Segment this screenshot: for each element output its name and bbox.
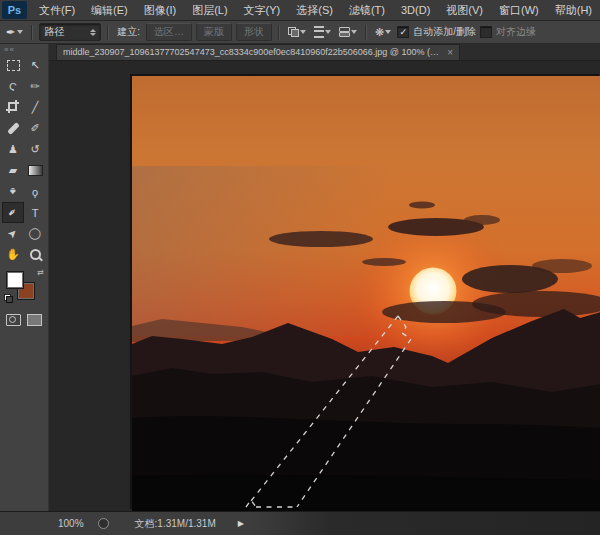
make-shape-button[interactable]: 形状 [236, 23, 272, 41]
align-edges-label: 对齐边缘 [496, 25, 536, 39]
ellipse-icon: ◯ [29, 227, 41, 240]
crop-icon [8, 102, 19, 113]
swap-colors-icon[interactable]: ⇄ [37, 269, 44, 277]
pen-tool[interactable]: ✒ [2, 202, 24, 223]
ps-logo-icon: Ps [2, 1, 27, 19]
blur-drop-icon: ♠ [10, 186, 16, 198]
quick-mask-button[interactable] [6, 314, 21, 326]
chevron-down-icon [300, 30, 306, 34]
document-tab[interactable]: middle_230907_10961377702547473_cc8334c9… [56, 44, 460, 60]
menu-edit[interactable]: 编辑(E) [83, 1, 136, 20]
photoshop-window: Ps 文件(F) 编辑(E) 图像(I) 图层(L) 文字(Y) 选择(S) 滤… [0, 0, 600, 535]
eraser-icon: ▰ [9, 164, 17, 177]
zoom-tool[interactable] [24, 244, 46, 265]
menu-file[interactable]: 文件(F) [31, 1, 83, 20]
history-brush-icon: ↺ [30, 143, 39, 156]
menu-bar: Ps 文件(F) 编辑(E) 图像(I) 图层(L) 文字(Y) 选择(S) 滤… [0, 0, 600, 21]
clone-stamp-icon: ♟ [8, 143, 18, 156]
eyedropper-tool[interactable]: ╱ [24, 97, 46, 118]
path-alignment-icon [314, 26, 324, 38]
path-selection-tool[interactable]: ➤ [2, 223, 24, 244]
status-flyout-arrow[interactable]: ▶ [238, 519, 244, 528]
spot-healing-brush-tool[interactable] [2, 118, 24, 139]
status-circle-icon [98, 518, 109, 529]
menu-window[interactable]: 窗口(W) [491, 1, 547, 20]
document-area: middle_230907_10961377702547473_cc8334c9… [49, 44, 600, 511]
rectangular-marquee-tool[interactable] [2, 55, 24, 76]
zoom-icon [30, 249, 41, 260]
zoom-level-field[interactable]: 100% [58, 518, 84, 529]
tools-grid: ↖ Ϛ ✏ ╱ ✐ ♟ ↺ ▰ ♠ ϙ ✒ T ➤ ◯ ✋ [0, 55, 48, 265]
chevron-down-icon [325, 30, 331, 34]
gradient-icon [28, 165, 43, 176]
chevron-down-icon [17, 30, 23, 34]
hand-tool[interactable]: ✋ [2, 244, 24, 265]
history-brush-tool[interactable]: ↺ [24, 139, 46, 160]
make-selection-button[interactable]: 选区… [146, 23, 192, 41]
quick-selection-icon: ✏ [30, 80, 39, 93]
menu-image[interactable]: 图像(I) [136, 1, 184, 20]
separator [107, 25, 109, 40]
menu-view[interactable]: 视图(V) [438, 1, 491, 20]
auto-add-delete-label: 自动添加/删除 [413, 25, 476, 39]
align-edges-checkbox[interactable]: 对齐边缘 [480, 25, 536, 39]
updown-arrows-icon [90, 29, 96, 36]
brush-tool[interactable]: ✐ [24, 118, 46, 139]
blur-tool[interactable]: ♠ [2, 181, 24, 202]
screen-mode-button[interactable] [27, 314, 42, 326]
menu-type[interactable]: 文字(Y) [236, 1, 289, 20]
chevron-down-icon [351, 30, 357, 34]
menu-filter[interactable]: 滤镜(T) [341, 1, 393, 20]
tool-preset-picker[interactable]: ✒ [4, 26, 25, 39]
tools-panel-collapse-button[interactable]: «« [0, 44, 48, 55]
clone-stamp-tool[interactable]: ♟ [2, 139, 24, 160]
checkbox-unchecked-icon [480, 26, 492, 38]
menu-select[interactable]: 选择(S) [288, 1, 341, 20]
brush-icon: ✐ [30, 122, 39, 135]
tool-options-bar: ✒ 路径 建立: 选区… 蒙版 形状 ❋ ✓ 自动添加/删除 对齐边缘 [0, 21, 600, 44]
path-arrangement-icon [339, 27, 350, 37]
menu-layer[interactable]: 图层(L) [184, 1, 235, 20]
path-arrangement-button[interactable] [337, 27, 359, 37]
move-icon: ↖ [30, 59, 39, 72]
quick-selection-tool[interactable]: ✏ [24, 76, 46, 97]
ellipse-tool[interactable]: ◯ [24, 223, 46, 244]
marquee-icon [7, 60, 20, 71]
menu-help[interactable]: 帮助(H) [547, 1, 600, 20]
path-alignment-button[interactable] [312, 26, 333, 38]
eyedropper-icon: ╱ [32, 101, 39, 114]
lasso-tool[interactable]: Ϛ [2, 76, 24, 97]
close-icon[interactable]: × [447, 48, 453, 58]
pen-nib-icon: ✒ [6, 26, 15, 39]
status-bar: 100% 文档:1.31M/1.31M ▶ [0, 511, 600, 535]
type-tool[interactable]: T [24, 202, 46, 223]
tool-mode-dropdown[interactable]: 路径 [39, 23, 101, 41]
pen-icon: ✒ [5, 205, 21, 221]
default-colors-icon[interactable] [4, 294, 13, 303]
pen-options-gear-button[interactable]: ❋ [373, 26, 393, 39]
lasso-icon: Ϛ [9, 81, 17, 93]
document-size-info: 文档:1.31M/1.31M [135, 517, 216, 531]
dodge-tool[interactable]: ϙ [24, 181, 46, 202]
make-mask-button[interactable]: 蒙版 [196, 23, 232, 41]
dodge-icon: ϙ [32, 186, 38, 198]
move-tool[interactable]: ↖ [24, 55, 46, 76]
tools-panel-footer [0, 309, 48, 331]
tools-panel: «« ↖ Ϛ ✏ ╱ ✐ ♟ ↺ ▰ ♠ ϙ ✒ T ➤ ◯ ✋ [0, 44, 49, 511]
separator [278, 25, 280, 40]
menu-3d[interactable]: 3D(D) [393, 1, 438, 20]
eraser-tool[interactable]: ▰ [2, 160, 24, 181]
auto-add-delete-checkbox[interactable]: ✓ 自动添加/删除 [397, 25, 476, 39]
foreground-color-swatch[interactable] [6, 271, 24, 289]
path-selection-icon: ➤ [5, 226, 21, 242]
gear-icon: ❋ [375, 26, 384, 39]
separator [365, 25, 367, 40]
gradient-tool[interactable] [24, 160, 46, 181]
path-operations-button[interactable] [286, 27, 308, 37]
crop-tool[interactable] [2, 97, 24, 118]
hand-icon: ✋ [6, 248, 20, 261]
make-label: 建立: [117, 25, 140, 39]
photo-canvas[interactable] [132, 76, 600, 511]
path-operations-icon [288, 27, 299, 37]
sunset-photo [132, 76, 600, 511]
